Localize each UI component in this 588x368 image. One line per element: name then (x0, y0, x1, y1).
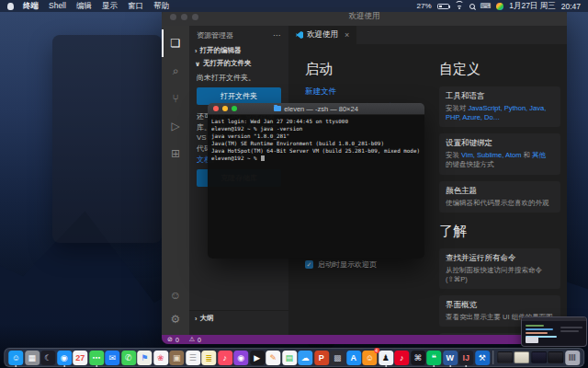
search-icon[interactable]: ⌕ (162, 57, 189, 85)
qq[interactable]: ♟ (379, 351, 393, 365)
grille-app[interactable]: ▩ (330, 351, 345, 365)
terminal-cursor (261, 155, 265, 162)
idea[interactable]: IJ (458, 351, 473, 365)
card-color-theme[interactable]: 颜色主题 使编辑器和代码显示您喜欢的外观 (439, 181, 560, 213)
launchpad[interactable]: ▦ (25, 351, 40, 365)
learn-heading: 了解 (439, 223, 560, 240)
photos[interactable]: ❀ (153, 351, 168, 365)
vscode-logo-icon (296, 31, 303, 39)
settings-gear-icon[interactable]: ⚙ (162, 307, 189, 331)
messages[interactable]: ⋯ (89, 351, 104, 365)
checkbox-checked-icon[interactable]: ✓ (305, 260, 313, 269)
preview-panel (526, 337, 538, 343)
extensions-icon[interactable]: ⊞ (162, 140, 189, 167)
no-folder-section[interactable]: ∨ 无打开的文件夹 (189, 57, 288, 70)
tab-bar: 欢迎使用 × (288, 26, 567, 44)
word[interactable]: W (443, 351, 458, 365)
account-icon[interactable]: ☺ (162, 283, 189, 307)
wifi-icon[interactable] (455, 3, 464, 10)
warnings-count: 0 (198, 337, 201, 343)
menu-item[interactable]: 终端 (23, 1, 39, 12)
spotlight-search-icon[interactable] (469, 4, 475, 9)
maps[interactable]: ⚑ (137, 351, 152, 365)
tab-welcome[interactable]: 欢迎使用 × (288, 26, 356, 44)
reminders[interactable]: ☰ (186, 351, 200, 365)
music[interactable]: ♪ (218, 351, 232, 365)
netease-music[interactable]: ♪ (394, 351, 409, 365)
status-bar[interactable]: ⊘ 0 ⚠ 0 (162, 335, 567, 344)
app-store[interactable]: A (346, 351, 361, 365)
facetime[interactable]: ✆ (121, 351, 136, 365)
errors-icon: ⊘ (167, 336, 173, 343)
minimized-maps-window[interactable] (514, 351, 529, 363)
show-welcome-checkbox-row[interactable]: ✓ 启动时显示欢迎页 (305, 259, 377, 270)
battery-percentage: 27% (417, 2, 432, 10)
terminal-titlebar[interactable]: eleven — -zsh — 80×24 (208, 103, 424, 115)
outline-section[interactable]: › 大纲 (189, 310, 288, 326)
terminal-content[interactable]: Last login: Wed Jan 27 20:44:45 on ttys0… (208, 115, 424, 259)
desc-segment: 安装 (446, 151, 461, 159)
menubar-date[interactable]: 1月27日 周三 (509, 1, 556, 12)
close-icon[interactable]: × (345, 30, 349, 40)
app-menus: 终端Shell编辑显示窗口帮助 (23, 1, 169, 12)
more-actions-icon[interactable]: ⋯ (273, 31, 281, 40)
minimized-dark-window[interactable] (548, 351, 563, 363)
minimized-code-window[interactable] (531, 351, 547, 363)
explorer-icon[interactable]: ❏ (162, 29, 189, 57)
colorful-app-icon[interactable] (496, 3, 503, 10)
background-window[interactable] (52, 35, 162, 243)
card-all-commands[interactable]: 查找并运行所有命令 从控制面板快速访问并搜索命令 (⇧⌘P) (439, 248, 560, 289)
zoom-window-button[interactable] (232, 106, 237, 111)
menu-item[interactable]: 帮助 (153, 1, 169, 12)
calendar[interactable]: 27 (73, 351, 87, 365)
mail[interactable]: ✉ (105, 351, 119, 365)
card-settings-keybindings[interactable]: 设置和键绑定 安装 Vim, Sublime, Atom 和 其他 的键盘快捷方… (439, 133, 560, 174)
terminal-line: eleven@192 ~ % java -version (211, 125, 421, 132)
battery-icon[interactable] (437, 4, 449, 9)
apple-menu-icon[interactable] (7, 3, 14, 10)
podcasts[interactable]: ◉ (233, 351, 248, 365)
pages[interactable]: ✎ (266, 351, 280, 365)
run-debug-icon[interactable]: ▷ (162, 112, 189, 140)
desktop: 欢迎使用 ❏ ⌕ ⑂ ▷ ⊞ (0, 0, 588, 368)
activity-bottom: ☺ ⚙ (162, 283, 189, 331)
close-window-button[interactable] (213, 106, 219, 111)
code-line (526, 328, 553, 330)
code-line (526, 325, 544, 327)
xcode[interactable]: ⚒ (475, 351, 490, 365)
close-window-button[interactable] (170, 14, 176, 20)
new-file-link[interactable]: 新建文件 (305, 86, 424, 98)
finder[interactable]: ☺ (8, 351, 23, 365)
menubar-clock[interactable]: 20:47 (561, 2, 581, 11)
input-source-icon[interactable]: ⌨ (481, 2, 492, 10)
minimize-window-button[interactable] (181, 14, 187, 20)
powerpoint[interactable]: P (314, 351, 329, 365)
dict-app[interactable]: ☺ (362, 351, 377, 365)
tv[interactable]: ▶ (250, 351, 265, 365)
terminal-line: Last login: Wed Jan 27 20:44:45 on ttys0… (211, 118, 421, 125)
card-tools-languages[interactable]: 工具和语言 安装对 JavaScript, Python, Java, PHP,… (439, 86, 560, 127)
zoom-window-button[interactable] (192, 14, 198, 20)
menu-item[interactable]: 编辑 (76, 1, 92, 12)
trash-icon[interactable]: Ⅲ (565, 351, 580, 365)
terminal-line: java version "1.8.0_281" (211, 132, 421, 140)
safari[interactable]: ◉ (57, 351, 72, 365)
source-control-icon[interactable]: ⑂ (162, 85, 189, 112)
cloud-app[interactable]: ☁ (298, 351, 312, 365)
black-app[interactable]: ⌘ (411, 351, 425, 365)
code-line (526, 332, 548, 334)
menu-item[interactable]: Shell (49, 1, 66, 12)
terminal-line: Java(TM) SE Runtime Environment (build 1… (211, 140, 421, 147)
box-app[interactable]: ▣ (169, 351, 184, 365)
minimized-window-preview[interactable] (521, 316, 587, 347)
open-editors-section[interactable]: › 打开的编辑器 (189, 44, 288, 57)
wechat[interactable]: ❝ (426, 351, 441, 365)
minimize-window-button[interactable] (222, 106, 228, 111)
menu-item[interactable]: 显示 (102, 1, 118, 12)
night-app[interactable]: ☾ (40, 351, 55, 365)
notes[interactable]: ≣ (201, 351, 216, 365)
menu-item[interactable]: 窗口 (128, 1, 143, 12)
desc-segment: 其他 (532, 151, 546, 159)
minimized-terminal-window[interactable] (497, 351, 513, 363)
numbers[interactable]: ▤ (282, 351, 297, 365)
